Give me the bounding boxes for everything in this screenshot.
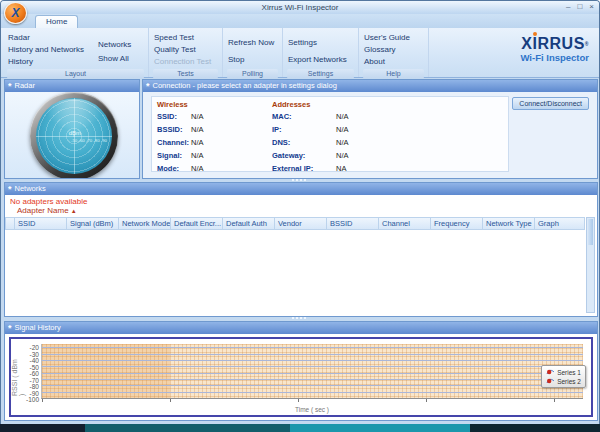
no-adapters-status: No adapters available [10,197,87,206]
gridline [42,379,583,380]
y-tick-label: -100 [26,396,39,403]
radar-scale-labels: -50 -60 -70 -80 -90 [71,138,107,142]
vertical-scrollbar[interactable] [586,217,595,313]
ribbon-group-tests: Speed Test Quality Test Connection Test … [149,28,223,77]
column-header-frequency[interactable]: Frequency [431,217,483,230]
ribbon-item-about[interactable]: About [360,56,414,68]
collapse-pin-icon[interactable]: * [8,324,12,333]
app-window: Xirrus Wi-Fi Inspector – □ × X Home Rada… [0,0,600,424]
horizontal-splitter[interactable] [1,317,599,320]
xirrus-app-icon[interactable]: X [4,2,27,24]
gridline [42,366,583,367]
column-header-graph[interactable]: Graph [535,217,585,230]
ribbon-item-settings[interactable]: Settings [284,34,351,51]
brand-letter-i-with-dot: I [533,35,538,52]
taskbar-strip [0,424,600,432]
ribbon-group-settings: Settings Export Networks Settings [283,28,359,77]
field-value: N/A [336,125,349,134]
field-row: IP:N/A [272,125,349,138]
ribbon-item-radar[interactable]: Radar [4,32,88,44]
column-header-default-auth[interactable]: Default Auth [223,217,275,230]
group-by-adapter-name[interactable]: Adapter Name ▲ [17,206,77,215]
ribbon-group-layout: Radar History and Networks History Netwo… [3,28,149,77]
field-label: MAC: [272,112,336,121]
brand-letters: RRUS [537,35,584,52]
radar-gauge-face: dBm -50 -60 -70 -80 -90 [36,98,112,174]
networks-body: No adapters available Adapter Name ▲ SSI… [5,195,597,316]
radar-gauge-rim: dBm -50 -60 -70 -80 -90 [30,92,118,178]
ribbon-item-refresh-now[interactable]: Refresh Now [224,34,278,51]
signal-history-chart: RSSI ( dBm ) -20 -30 -40 -50 -60 -70 -80… [9,337,593,417]
wireless-heading: Wireless [157,100,204,109]
field-value: NA [336,164,346,173]
ribbon-item-stop[interactable]: Stop [224,51,278,68]
signal-history-body: RSSI ( dBm ) -20 -30 -40 -50 -60 -70 -80… [5,334,597,420]
taskbar-segment [0,424,85,432]
chart-legend: Series 1 Series 2 [541,365,586,388]
field-label: DNS: [272,138,336,147]
x-tick [554,399,555,402]
column-header-default-encryption[interactable]: Default Encr... [171,217,223,230]
column-header-channel[interactable]: Channel [379,217,431,230]
brand-subtitle: Wi-Fi Inspector [429,52,589,63]
field-label: Gateway: [272,151,336,160]
scrollbar-thumb[interactable] [588,219,593,245]
ribbon-item-networks[interactable]: Networks [94,38,135,52]
field-value: N/A [336,112,349,121]
legend-label: Series 1 [557,369,581,376]
ribbon-item-users-guide[interactable]: User's Guide [360,32,414,44]
field-row: Signal:N/A [157,151,204,164]
field-label: Mode: [157,164,191,173]
field-value: N/A [336,138,349,147]
column-header-network-mode[interactable]: Network Mode [119,217,171,230]
window-title: Xirrus Wi-Fi Inspector [1,1,599,14]
connect-disconnect-button[interactable]: Connect/Disconnect [512,97,589,110]
ribbon-item-speed-test[interactable]: Speed Test [150,32,215,44]
field-row: BSSID:N/A [157,125,204,138]
column-header-network-type[interactable]: Network Type [483,217,535,230]
connection-panel-title: Connection - please select an adapter in… [153,80,337,92]
x-tick [42,399,43,402]
legend-label: Series 2 [557,378,581,385]
gridline [42,354,583,355]
ribbon-item-history[interactable]: History [4,56,88,68]
connection-body: Wireless SSID:N/A BSSID:N/A Channel:N/A … [143,92,597,178]
ribbon-item-glossary[interactable]: Glossary [360,44,414,56]
main-area: * Radar dBm -50 -60 -70 -80 -90 [1,78,599,424]
column-header-bssid[interactable]: BSSID [327,217,379,230]
field-label: Signal: [157,151,191,160]
ribbon-item-quality-test[interactable]: Quality Test [150,44,215,56]
radar-panel-title: Radar [15,80,35,92]
signal-history-panel-header: * Signal History [5,322,597,334]
minimize-button[interactable]: – [566,1,570,13]
ribbon-item-history-and-networks[interactable]: History and Networks [4,44,88,56]
legend-entry: Series 2 [546,377,581,385]
registered-mark: ® [585,41,589,47]
sort-ascending-icon: ▲ [71,208,77,214]
field-value: N/A [336,151,349,160]
column-header-signal[interactable]: Signal (dBm) [67,217,119,230]
ribbon-item-export-networks[interactable]: Export Networks [284,51,351,68]
collapse-pin-icon[interactable]: * [146,82,150,91]
maximize-button[interactable]: □ [577,1,582,13]
tab-home[interactable]: Home [35,15,78,28]
ribbon-item-show-all[interactable]: Show All [94,52,135,66]
radar-display: dBm -50 -60 -70 -80 -90 [5,92,139,178]
field-value: N/A [191,138,204,147]
taskbar-segment[interactable] [85,424,290,432]
collapse-pin-icon[interactable]: * [8,185,12,194]
gridline [42,385,583,386]
field-value: N/A [191,125,204,134]
collapse-pin-icon[interactable]: * [8,82,12,91]
tab-strip: Home [1,14,599,28]
group-by-label: Adapter Name [17,206,69,215]
taskbar-segment[interactable] [290,424,470,432]
splitter-grip[interactable] [292,179,308,181]
radar-glass-highlight [42,99,106,131]
splitter-grip[interactable] [292,317,308,319]
connection-panel: * Connection - please select an adapter … [142,79,598,179]
plot-shaded-region [42,344,170,398]
column-header-vendor[interactable]: Vendor [275,217,327,230]
close-button[interactable]: × [589,1,594,13]
column-header-ssid[interactable]: SSID [15,217,67,230]
